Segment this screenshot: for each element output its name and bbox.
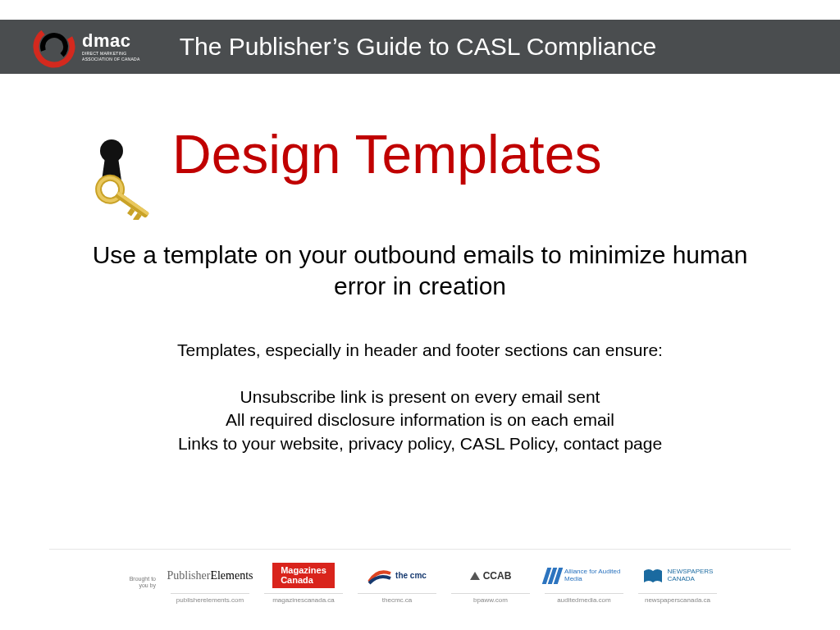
org-logo-text: dmac DIRECT MARKETING ASSOCIATION OF CAN… xyxy=(82,32,140,62)
sponsor-url: newspaperscanada.ca xyxy=(638,593,717,604)
svg-point-1 xyxy=(39,32,69,62)
org-name: dmac xyxy=(82,32,140,50)
svg-point-0 xyxy=(33,25,75,68)
sponsor-url: publisherelements.com xyxy=(171,593,249,604)
cmc-logo-icon: the cmc xyxy=(358,562,436,590)
org-logo: dmac DIRECT MARKETING ASSOCIATION OF CAN… xyxy=(33,25,140,68)
sponsor-publisherelements: PublisherElements publisherelements.com xyxy=(171,562,249,604)
sponsor-audited-media: Alliance for Audited Media auditedmedia.… xyxy=(545,562,623,604)
list-item: Unsubscribe link is present on every ema… xyxy=(75,386,765,409)
sponsor-newspapers-canada: NEWSPAPERSCANADA newspaperscanada.ca xyxy=(638,562,717,604)
sponsor-ccab: CCAB bpaww.com xyxy=(451,562,530,604)
org-subtitle-2: ASSOCIATION OF CANADA xyxy=(82,57,140,62)
keyhole-key-icon xyxy=(80,130,171,220)
sponsor-url: thecmc.ca xyxy=(358,593,436,604)
sponsor-name: Alliance for Audited Media xyxy=(564,568,623,582)
brought-by-label: Brought to you by xyxy=(123,576,156,588)
sponsor-magazines-canada: MagazinesCanada magazinescanada.ca xyxy=(264,562,343,604)
sponsor-cmc: the cmc thecmc.ca xyxy=(358,562,436,604)
list-item: Links to your website, privacy policy, C… xyxy=(75,432,765,455)
bullet-list: Unsubscribe link is present on every ema… xyxy=(75,386,765,455)
sponsor-url: auditedmedia.com xyxy=(545,593,623,604)
sponsor-name: CCAB xyxy=(483,570,512,582)
slide: dmac DIRECT MARKETING ASSOCIATION OF CAN… xyxy=(0,0,840,630)
page-title: The Publisher’s Guide to CASL Compliance xyxy=(180,33,656,61)
sponsor-footer: Brought to you by PublisherElements publ… xyxy=(0,550,840,615)
section-subheading: Use a template on your outbound emails t… xyxy=(75,240,765,301)
list-lead-in: Templates, especially in header and foot… xyxy=(75,340,765,360)
sponsor-url: magazinescanada.ca xyxy=(264,593,343,604)
sponsor-name: the cmc xyxy=(395,571,427,580)
sponsor-url: bpaww.com xyxy=(451,593,530,604)
dmac-swirl-icon xyxy=(33,25,75,68)
section-heading: Design Templates xyxy=(172,123,601,185)
list-item: All required disclosure information is o… xyxy=(75,409,765,431)
org-subtitle-1: DIRECT MARKETING xyxy=(82,52,140,56)
newspapers-canada-logo-icon: NEWSPAPERSCANADA xyxy=(638,562,717,590)
publisherelements-logo-icon: PublisherElements xyxy=(171,562,249,590)
header-bar: dmac DIRECT MARKETING ASSOCIATION OF CAN… xyxy=(0,20,840,74)
magazines-canada-logo-icon: MagazinesCanada xyxy=(264,562,343,590)
ccab-logo-icon: CCAB xyxy=(451,562,530,590)
audited-media-logo-icon: Alliance for Audited Media xyxy=(545,562,623,590)
